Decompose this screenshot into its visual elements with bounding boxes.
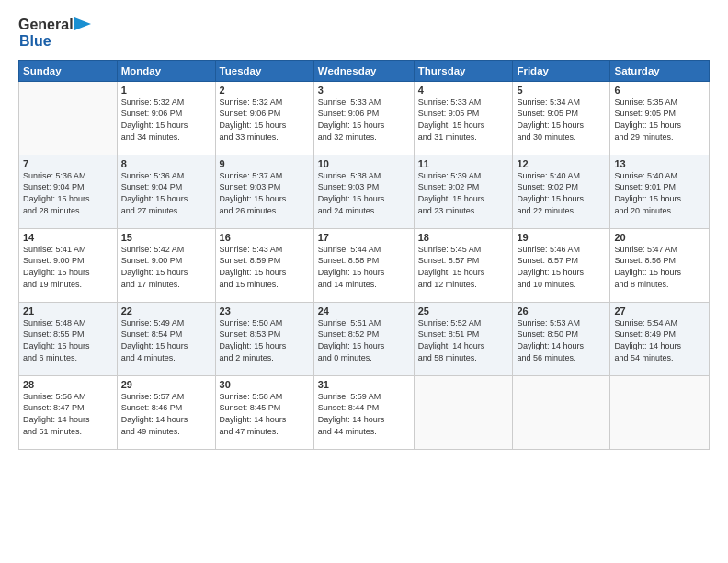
cell-info-text: Sunrise: 5:39 AM Sunset: 9:02 PM Dayligh… <box>418 170 509 216</box>
cell-info-text: Sunrise: 5:49 AM Sunset: 8:54 PM Dayligh… <box>121 317 211 363</box>
cell-date-number: 26 <box>517 305 606 316</box>
cell-info-text: Sunrise: 5:52 AM Sunset: 8:51 PM Dayligh… <box>418 317 509 363</box>
calendar-week-row: 14Sunrise: 5:41 AM Sunset: 9:00 PM Dayli… <box>19 228 710 302</box>
cell-info-text: Sunrise: 5:40 AM Sunset: 9:02 PM Dayligh… <box>517 170 606 216</box>
calendar-cell: 28Sunrise: 5:56 AM Sunset: 8:47 PM Dayli… <box>19 375 118 449</box>
cell-info-text: Sunrise: 5:58 AM Sunset: 8:45 PM Dayligh… <box>220 391 310 437</box>
calendar-cell: 18Sunrise: 5:45 AM Sunset: 8:57 PM Dayli… <box>414 228 513 302</box>
cell-info-text: Sunrise: 5:57 AM Sunset: 8:46 PM Dayligh… <box>121 391 211 437</box>
cell-date-number: 24 <box>318 305 410 316</box>
cell-info-text: Sunrise: 5:32 AM Sunset: 9:06 PM Dayligh… <box>121 97 211 143</box>
cell-date-number: 1 <box>121 85 211 96</box>
cell-date-number: 22 <box>121 305 211 316</box>
calendar-cell: 31Sunrise: 5:59 AM Sunset: 8:44 PM Dayli… <box>313 375 414 449</box>
cell-info-text: Sunrise: 5:33 AM Sunset: 9:05 PM Dayligh… <box>418 97 509 143</box>
logo: General Blue <box>18 17 91 51</box>
calendar-week-row: 28Sunrise: 5:56 AM Sunset: 8:47 PM Dayli… <box>19 375 710 449</box>
calendar-cell <box>414 375 513 449</box>
calendar-cell: 24Sunrise: 5:51 AM Sunset: 8:52 PM Dayli… <box>313 302 414 375</box>
calendar-day-header: Friday <box>513 60 610 81</box>
cell-info-text: Sunrise: 5:56 AM Sunset: 8:47 PM Dayligh… <box>23 391 113 437</box>
cell-date-number: 15 <box>121 232 211 243</box>
cell-info-text: Sunrise: 5:46 AM Sunset: 8:57 PM Dayligh… <box>517 244 606 290</box>
cell-date-number: 7 <box>23 158 113 169</box>
cell-date-number: 5 <box>517 85 606 96</box>
calendar-cell: 15Sunrise: 5:42 AM Sunset: 9:00 PM Dayli… <box>117 228 215 302</box>
cell-info-text: Sunrise: 5:54 AM Sunset: 8:49 PM Dayligh… <box>614 317 705 363</box>
calendar-cell <box>19 81 118 155</box>
cell-date-number: 9 <box>220 158 310 169</box>
cell-info-text: Sunrise: 5:37 AM Sunset: 9:03 PM Dayligh… <box>220 170 310 216</box>
calendar-cell: 13Sunrise: 5:40 AM Sunset: 9:01 PM Dayli… <box>610 155 710 228</box>
cell-date-number: 31 <box>318 379 410 390</box>
cell-info-text: Sunrise: 5:38 AM Sunset: 9:03 PM Dayligh… <box>318 170 410 216</box>
cell-date-number: 12 <box>517 158 606 169</box>
calendar-cell: 6Sunrise: 5:35 AM Sunset: 9:05 PM Daylig… <box>610 81 710 155</box>
calendar-cell: 23Sunrise: 5:50 AM Sunset: 8:53 PM Dayli… <box>215 302 313 375</box>
cell-date-number: 2 <box>220 85 310 96</box>
cell-info-text: Sunrise: 5:36 AM Sunset: 9:04 PM Dayligh… <box>23 170 113 216</box>
calendar-cell: 16Sunrise: 5:43 AM Sunset: 8:59 PM Dayli… <box>215 228 313 302</box>
cell-date-number: 8 <box>121 158 211 169</box>
cell-info-text: Sunrise: 5:36 AM Sunset: 9:04 PM Dayligh… <box>121 170 211 216</box>
cell-info-text: Sunrise: 5:45 AM Sunset: 8:57 PM Dayligh… <box>418 244 509 290</box>
calendar-cell: 20Sunrise: 5:47 AM Sunset: 8:56 PM Dayli… <box>610 228 710 302</box>
cell-date-number: 20 <box>614 232 705 243</box>
cell-info-text: Sunrise: 5:47 AM Sunset: 8:56 PM Dayligh… <box>614 244 705 290</box>
header: General Blue <box>18 17 710 51</box>
calendar-cell: 5Sunrise: 5:34 AM Sunset: 9:05 PM Daylig… <box>513 81 610 155</box>
cell-date-number: 18 <box>418 232 509 243</box>
cell-date-number: 28 <box>23 379 113 390</box>
cell-info-text: Sunrise: 5:50 AM Sunset: 8:53 PM Dayligh… <box>220 317 310 363</box>
cell-date-number: 19 <box>517 232 606 243</box>
calendar-day-header: Tuesday <box>215 60 313 81</box>
cell-info-text: Sunrise: 5:59 AM Sunset: 8:44 PM Dayligh… <box>318 391 410 437</box>
calendar-cell: 26Sunrise: 5:53 AM Sunset: 8:50 PM Dayli… <box>513 302 610 375</box>
cell-date-number: 30 <box>220 379 310 390</box>
calendar-week-row: 1Sunrise: 5:32 AM Sunset: 9:06 PM Daylig… <box>19 81 710 155</box>
calendar-day-header: Monday <box>117 60 215 81</box>
logo-general-text: General <box>18 17 74 33</box>
cell-date-number: 21 <box>23 305 113 316</box>
calendar-cell: 3Sunrise: 5:33 AM Sunset: 9:06 PM Daylig… <box>313 81 414 155</box>
calendar-cell: 11Sunrise: 5:39 AM Sunset: 9:02 PM Dayli… <box>414 155 513 228</box>
calendar-cell <box>610 375 710 449</box>
calendar-cell: 9Sunrise: 5:37 AM Sunset: 9:03 PM Daylig… <box>215 155 313 228</box>
cell-date-number: 4 <box>418 85 509 96</box>
calendar-cell: 29Sunrise: 5:57 AM Sunset: 8:46 PM Dayli… <box>117 375 215 449</box>
cell-date-number: 3 <box>318 85 410 96</box>
cell-date-number: 13 <box>614 158 705 169</box>
cell-info-text: Sunrise: 5:43 AM Sunset: 8:59 PM Dayligh… <box>220 244 310 290</box>
calendar-cell: 7Sunrise: 5:36 AM Sunset: 9:04 PM Daylig… <box>19 155 118 228</box>
calendar-week-row: 21Sunrise: 5:48 AM Sunset: 8:55 PM Dayli… <box>19 302 710 375</box>
cell-date-number: 17 <box>318 232 410 243</box>
calendar-cell: 2Sunrise: 5:32 AM Sunset: 9:06 PM Daylig… <box>215 81 313 155</box>
cell-info-text: Sunrise: 5:42 AM Sunset: 9:00 PM Dayligh… <box>121 244 211 290</box>
cell-date-number: 6 <box>614 85 705 96</box>
cell-info-text: Sunrise: 5:32 AM Sunset: 9:06 PM Dayligh… <box>220 97 310 143</box>
logo-arrow-icon <box>74 16 91 32</box>
calendar-cell: 19Sunrise: 5:46 AM Sunset: 8:57 PM Dayli… <box>513 228 610 302</box>
calendar-cell: 30Sunrise: 5:58 AM Sunset: 8:45 PM Dayli… <box>215 375 313 449</box>
calendar-week-row: 7Sunrise: 5:36 AM Sunset: 9:04 PM Daylig… <box>19 155 710 228</box>
cell-info-text: Sunrise: 5:44 AM Sunset: 8:58 PM Dayligh… <box>318 244 410 290</box>
calendar-day-header: Thursday <box>414 60 513 81</box>
calendar-cell: 10Sunrise: 5:38 AM Sunset: 9:03 PM Dayli… <box>313 155 414 228</box>
calendar-cell: 25Sunrise: 5:52 AM Sunset: 8:51 PM Dayli… <box>414 302 513 375</box>
calendar-table: SundayMondayTuesdayWednesdayThursdayFrid… <box>18 60 710 450</box>
cell-info-text: Sunrise: 5:35 AM Sunset: 9:05 PM Dayligh… <box>614 97 705 143</box>
logo-blue-text: Blue <box>19 33 51 50</box>
calendar-day-header: Sunday <box>19 60 118 81</box>
cell-info-text: Sunrise: 5:40 AM Sunset: 9:01 PM Dayligh… <box>614 170 705 216</box>
page: General Blue SundayMondayTuesdayWednesda… <box>0 0 728 563</box>
calendar-cell: 1Sunrise: 5:32 AM Sunset: 9:06 PM Daylig… <box>117 81 215 155</box>
calendar-cell: 22Sunrise: 5:49 AM Sunset: 8:54 PM Dayli… <box>117 302 215 375</box>
cell-date-number: 27 <box>614 305 705 316</box>
cell-info-text: Sunrise: 5:34 AM Sunset: 9:05 PM Dayligh… <box>517 97 606 143</box>
cell-date-number: 11 <box>418 158 509 169</box>
cell-date-number: 16 <box>220 232 310 243</box>
cell-info-text: Sunrise: 5:33 AM Sunset: 9:06 PM Dayligh… <box>318 97 410 143</box>
svg-marker-0 <box>74 17 91 30</box>
cell-date-number: 14 <box>23 232 113 243</box>
calendar-cell: 27Sunrise: 5:54 AM Sunset: 8:49 PM Dayli… <box>610 302 710 375</box>
